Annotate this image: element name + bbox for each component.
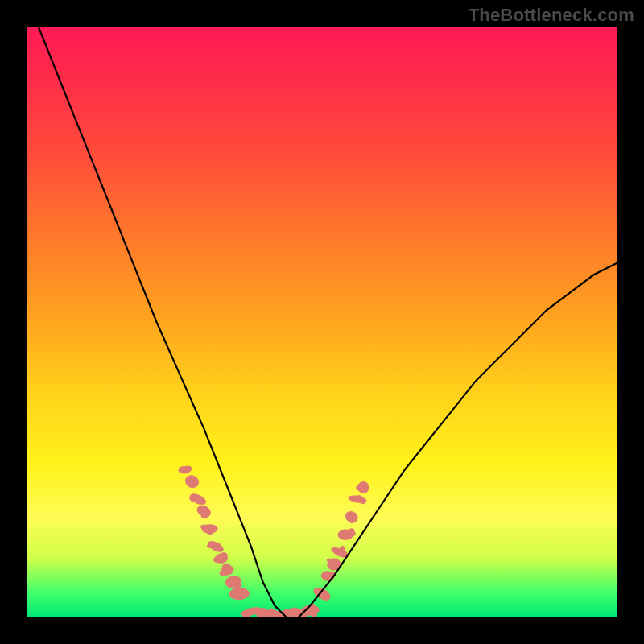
scatter-layer xyxy=(178,464,369,617)
watermark-text: TheBottleneck.com xyxy=(469,5,634,26)
scatter-point xyxy=(350,513,357,519)
chart-svg xyxy=(27,27,617,617)
bottleneck-curve xyxy=(39,27,617,617)
scatter-point xyxy=(192,481,199,486)
scatter-point xyxy=(203,508,208,512)
scatter-point xyxy=(333,563,339,569)
chart-container: TheBottleneck.com xyxy=(0,0,644,644)
scatter-point xyxy=(355,495,362,500)
scatter-point xyxy=(321,574,328,578)
plot-area xyxy=(27,27,617,617)
